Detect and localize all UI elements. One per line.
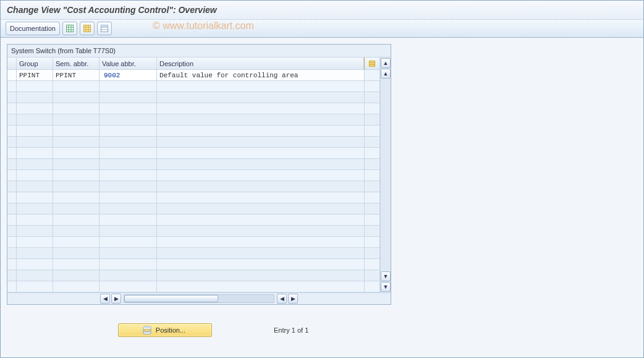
hscroll-left-button-2[interactable]: ◀ (277, 294, 287, 304)
cell-group[interactable]: PPINT (17, 70, 53, 81)
row-selector[interactable] (7, 81, 17, 92)
row-selector[interactable] (7, 192, 17, 203)
table-config-button[interactable] (364, 58, 380, 70)
cell-sem-empty[interactable] (53, 226, 100, 237)
cell-sem-empty[interactable] (53, 270, 100, 281)
value-abbr-input[interactable] (102, 70, 149, 80)
cell-desc-empty[interactable] (157, 81, 365, 92)
cell-desc-empty[interactable] (157, 170, 365, 181)
cell-desc-empty[interactable] (157, 148, 365, 159)
cell-sem-empty[interactable] (53, 114, 100, 126)
cell-sem-empty[interactable] (53, 81, 100, 92)
cell-group-empty[interactable] (17, 259, 53, 270)
toolbar-icon-1[interactable] (62, 22, 77, 35)
cell-val-empty[interactable] (100, 226, 157, 237)
cell-group-empty[interactable] (17, 248, 53, 259)
cell-desc-empty[interactable] (157, 259, 365, 270)
cell-group-empty[interactable] (17, 237, 53, 248)
cell-sem-empty[interactable] (53, 148, 100, 159)
cell-group-empty[interactable] (17, 203, 53, 215)
cell-desc-empty[interactable] (157, 270, 365, 281)
cell-sem-empty[interactable] (53, 203, 100, 215)
cell-val-empty[interactable] (100, 148, 157, 159)
row-selector[interactable] (7, 215, 17, 226)
col-header-value-abbr[interactable]: Value abbr. (100, 58, 157, 70)
row-selector[interactable] (7, 237, 17, 248)
cell-group-empty[interactable] (17, 170, 53, 181)
hscroll-left-button[interactable]: ◀ (100, 294, 110, 304)
row-selector[interactable] (7, 281, 17, 292)
cell-val-empty[interactable] (100, 270, 157, 281)
horizontal-scrollbar[interactable]: ◀ ▶ ◀ ▶ (7, 292, 391, 304)
cell-desc-empty[interactable] (157, 114, 365, 126)
cell-group-empty[interactable] (17, 81, 53, 92)
cell-group-empty[interactable] (17, 192, 53, 203)
cell-group-empty[interactable] (17, 159, 53, 170)
cell-sem-empty[interactable] (53, 259, 100, 270)
cell-val-empty[interactable] (100, 137, 157, 148)
cell-group-empty[interactable] (17, 92, 53, 103)
scroll-up-button[interactable]: ▲ (381, 58, 391, 68)
cell-sem-empty[interactable] (53, 192, 100, 203)
cell-sem-empty[interactable] (53, 126, 100, 137)
cell-val-empty[interactable] (100, 181, 157, 192)
cell-val-empty[interactable] (100, 259, 157, 270)
cell-desc-empty[interactable] (157, 248, 365, 259)
scroll-down-button[interactable]: ▼ (381, 282, 391, 292)
row-selector[interactable] (7, 126, 17, 137)
cell-sem-empty[interactable] (53, 237, 100, 248)
cell-val-empty[interactable] (100, 159, 157, 170)
cell-desc-empty[interactable] (157, 103, 365, 114)
vscroll-track[interactable] (381, 79, 391, 271)
cell-val-empty[interactable] (100, 237, 157, 248)
cell-sem-empty[interactable] (53, 181, 100, 192)
cell-group-empty[interactable] (17, 215, 53, 226)
cell-description[interactable]: Default value for controlling area (157, 70, 365, 81)
cell-val-empty[interactable] (100, 215, 157, 226)
cell-desc-empty[interactable] (157, 92, 365, 103)
cell-val-empty[interactable] (100, 92, 157, 103)
cell-desc-empty[interactable] (157, 237, 365, 248)
cell-desc-empty[interactable] (157, 126, 365, 137)
col-header-group[interactable]: Group (17, 58, 53, 70)
cell-sem-empty[interactable] (53, 281, 100, 292)
hscroll-right-button-2[interactable]: ▶ (288, 294, 298, 304)
row-selector[interactable] (7, 248, 17, 259)
row-selector[interactable] (7, 114, 17, 126)
row-selector[interactable] (7, 148, 17, 159)
cell-group-empty[interactable] (17, 270, 53, 281)
cell-sem-abbr[interactable]: PPINT (53, 70, 100, 81)
cell-sem-empty[interactable] (53, 159, 100, 170)
row-selector-header[interactable] (7, 58, 17, 70)
cell-group-empty[interactable] (17, 281, 53, 292)
cell-group-empty[interactable] (17, 114, 53, 126)
cell-sem-empty[interactable] (53, 215, 100, 226)
row-selector[interactable] (7, 70, 17, 81)
cell-val-empty[interactable] (100, 203, 157, 215)
cell-sem-empty[interactable] (53, 137, 100, 148)
row-selector[interactable] (7, 259, 17, 270)
documentation-button[interactable]: Documentation (6, 22, 60, 35)
row-selector[interactable] (7, 226, 17, 237)
scroll-up-button-2[interactable]: ▲ (381, 69, 391, 79)
cell-sem-empty[interactable] (53, 92, 100, 103)
toolbar-icon-3[interactable] (97, 22, 112, 35)
cell-desc-empty[interactable] (157, 226, 365, 237)
col-header-sem-abbr[interactable]: Sem. abbr. (53, 58, 100, 70)
cell-desc-empty[interactable] (157, 137, 365, 148)
hscroll-right-button[interactable]: ▶ (111, 294, 121, 304)
row-selector[interactable] (7, 270, 17, 281)
cell-val-empty[interactable] (100, 192, 157, 203)
cell-val-empty[interactable] (100, 281, 157, 292)
cell-desc-empty[interactable] (157, 215, 365, 226)
cell-group-empty[interactable] (17, 181, 53, 192)
cell-sem-empty[interactable] (53, 170, 100, 181)
cell-group-empty[interactable] (17, 137, 53, 148)
cell-desc-empty[interactable] (157, 181, 365, 192)
cell-desc-empty[interactable] (157, 159, 365, 170)
cell-value-abbr[interactable] (100, 70, 157, 81)
row-selector[interactable] (7, 92, 17, 103)
row-selector[interactable] (7, 159, 17, 170)
cell-val-empty[interactable] (100, 170, 157, 181)
cell-group-empty[interactable] (17, 148, 53, 159)
